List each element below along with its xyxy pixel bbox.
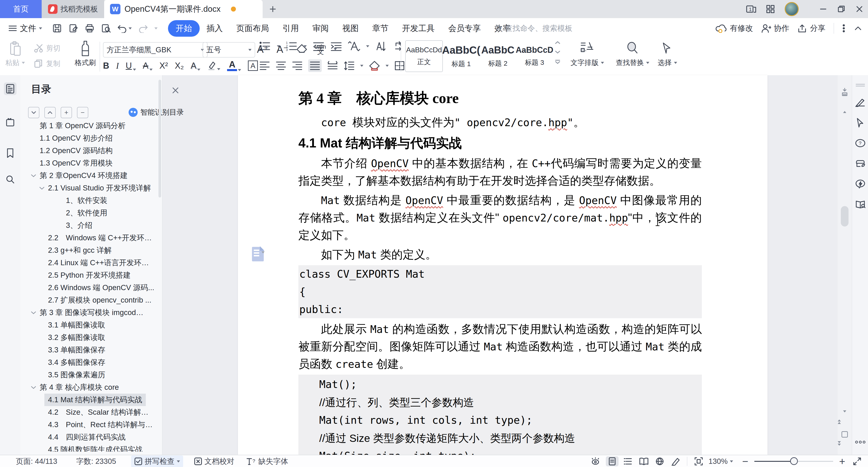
page-view-icon[interactable] — [606, 456, 619, 466]
text-effects-button[interactable]: A — [191, 61, 200, 71]
pointer-tool-icon[interactable] — [855, 117, 866, 128]
shading-button[interactable] — [369, 60, 380, 71]
close-button[interactable] — [855, 5, 864, 13]
toc-item[interactable]: 2.1 Visual Studio 开发环境详解 — [20, 182, 162, 194]
floating-style-caret[interactable] — [261, 252, 265, 254]
toc-item[interactable]: 第 3 章 图像读写模块 imgcodecs — [20, 307, 162, 319]
zoom-out-button[interactable]: − — [739, 456, 752, 466]
line-spacing-button[interactable] — [343, 61, 355, 71]
tab-document[interactable]: W OpenCV4第一期课件.docx — [104, 0, 262, 18]
web-view-icon[interactable] — [653, 456, 666, 466]
bullet-list-button[interactable] — [259, 41, 271, 51]
toc-scrollbar[interactable] — [158, 80, 161, 198]
italic-button[interactable]: I — [116, 61, 119, 71]
toc-item[interactable]: 3.1 单幅图像读取 — [20, 319, 162, 331]
font-size-select[interactable]: 五号 — [203, 42, 255, 58]
scrollbar-thumb[interactable] — [841, 206, 848, 227]
zoom-in-toc-button[interactable]: + — [61, 107, 72, 118]
quick-format-brush-icon[interactable] — [855, 97, 866, 108]
char-border-button[interactable]: A — [248, 60, 258, 71]
toc-item[interactable]: 3、介绍 — [20, 219, 162, 232]
text-layout-button[interactable]: 文字排版 — [570, 42, 604, 67]
toc-item[interactable]: 1.3 OpenCV 常用模块 — [20, 157, 162, 169]
previous-page-button[interactable] — [838, 419, 852, 424]
zoom-slider-knob[interactable] — [790, 457, 798, 465]
home-button[interactable]: 首页 — [0, 0, 42, 18]
subscript-button[interactable]: X₂ — [175, 61, 184, 71]
export-icon[interactable] — [68, 23, 78, 33]
toc-item[interactable]: 第 4 章 核心库模块 core — [20, 381, 162, 393]
chevron-down-icon[interactable] — [39, 186, 45, 190]
toc-item[interactable]: 第 2 章OpenCV4 环境搭建 — [20, 169, 162, 182]
fit-page-icon[interactable] — [692, 456, 705, 466]
font-color-button[interactable]: A — [227, 60, 241, 71]
gallery-more-icon[interactable] — [555, 60, 561, 64]
command-search[interactable]: 查找命令、搜索模板 — [495, 23, 572, 33]
decrease-indent-button[interactable] — [313, 41, 324, 51]
template-store-icon[interactable] — [855, 158, 866, 169]
more-options-icon[interactable] — [842, 24, 845, 33]
ribbon-tab-引用[interactable]: 引用 — [276, 21, 306, 36]
ruler-show-icon[interactable] — [838, 88, 852, 97]
borders-button[interactable] — [394, 60, 405, 71]
toc-item[interactable]: 3.3 单幅图像保存 — [20, 344, 162, 356]
ribbon-tab-视图[interactable]: 视图 — [336, 21, 365, 36]
restore-button[interactable] — [837, 5, 845, 13]
collapse-ribbon-icon[interactable] — [854, 25, 863, 31]
zoom-in-button[interactable]: + — [836, 456, 848, 466]
highlight-button[interactable] — [207, 61, 220, 70]
minimize-button[interactable] — [819, 5, 827, 13]
toc-item[interactable]: 2.7 扩展模块 opencv_contrib ... — [20, 294, 162, 307]
floating-style-icon[interactable] — [252, 247, 264, 261]
file-menu[interactable]: 文件 — [8, 23, 42, 34]
toc-item[interactable]: 4.1 Mat 结构详解与代码实战 — [20, 393, 162, 406]
style-card-标题 3[interactable]: AaBbCcD标题 3 — [516, 40, 553, 72]
eye-protect-icon[interactable] — [589, 456, 602, 466]
chevron-down-icon[interactable] — [31, 386, 36, 389]
toc-item[interactable]: 2.3 g++和 gcc 详解 — [20, 244, 162, 257]
read-mode-icon[interactable] — [638, 456, 650, 466]
gallery-up-icon[interactable] — [555, 41, 561, 45]
document-page[interactable]: 第 4 章 核心库模块 corecore 模块对应的头文件为" opencv2/… — [238, 75, 768, 455]
avatar[interactable] — [785, 2, 799, 16]
copy-button[interactable]: 复制 — [34, 59, 60, 68]
vertical-scrollbar[interactable] — [838, 75, 852, 455]
cloud-status-button[interactable]: 有修改 — [715, 23, 753, 33]
font-name-select[interactable]: 方正兰亭细黑_GBK — [103, 42, 208, 58]
toc-item[interactable]: 4.4 四则运算代码实战 — [20, 431, 162, 443]
cut-button[interactable]: 剪切 — [34, 43, 60, 53]
toc-item[interactable]: 3.2 多幅图像读取 — [20, 331, 162, 344]
toc-item[interactable]: 1.1 OpenCV 初步介绍 — [20, 132, 162, 145]
format-painter-button[interactable]: 格式刷 — [75, 41, 96, 67]
select-button[interactable]: 选择 — [658, 42, 677, 67]
help-icon[interactable]: ? — [855, 138, 866, 149]
toc-item[interactable]: 2.5 Python 开发环境搭建 — [20, 269, 162, 282]
strip-more-icon[interactable] — [855, 437, 866, 447]
chevron-down-icon[interactable] — [31, 311, 36, 315]
zoom-level[interactable]: 130% — [709, 457, 733, 466]
zoom-slider[interactable] — [754, 461, 833, 462]
spellcheck-button[interactable]: 拼写检查 — [131, 456, 183, 467]
skill-center-icon[interactable] — [855, 178, 866, 189]
superscript-button[interactable]: X² — [159, 61, 168, 71]
zoom-out-toc-button[interactable]: − — [77, 107, 88, 118]
strikethrough-button[interactable]: A — [143, 61, 153, 71]
tab-template-store[interactable]: 找稻壳模板 — [42, 0, 104, 18]
scroll-up-arrow[interactable] — [838, 111, 852, 113]
bookmark-icon[interactable] — [4, 147, 17, 159]
ribbon-tab-审阅[interactable]: 审阅 — [306, 21, 336, 36]
paragraph-marks-button[interactable] — [392, 41, 404, 51]
scroll-down-arrow[interactable] — [838, 410, 852, 412]
smart-toc-button[interactable]: 智能识别目录 — [129, 107, 184, 117]
ribbon-tab-插入[interactable]: 插入 — [200, 21, 229, 36]
proofread-button[interactable]: 文档校对 — [194, 456, 234, 467]
ribbon-tab-开始[interactable]: 开始 — [168, 20, 200, 37]
ribbon-tab-会员专享[interactable]: 会员专享 — [441, 21, 488, 36]
write-mode-icon[interactable] — [669, 456, 682, 466]
missing-font-button[interactable]: ? 缺失字体 — [246, 456, 288, 467]
reference-book-icon[interactable] — [855, 199, 866, 210]
toc-item[interactable]: 第 1 章 OpenCV 源码分析 — [20, 120, 162, 132]
find-replace-button[interactable]: 查找替换 — [616, 42, 649, 67]
style-card-标题 2[interactable]: AaBbC标题 2 — [479, 40, 516, 72]
next-page-button[interactable] — [838, 441, 852, 446]
